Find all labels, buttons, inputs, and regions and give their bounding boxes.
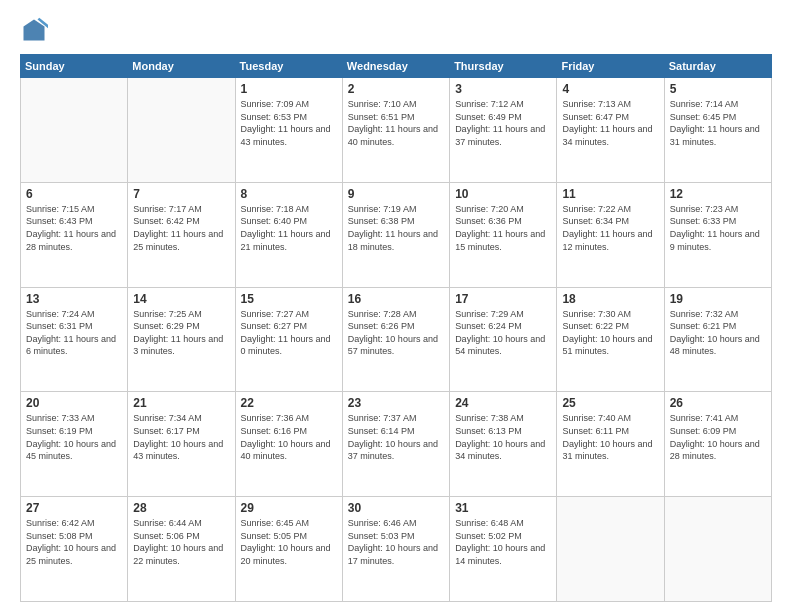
day-of-week-header: Wednesday bbox=[342, 55, 449, 78]
calendar-day-cell: 15Sunrise: 7:27 AM Sunset: 6:27 PM Dayli… bbox=[235, 287, 342, 392]
calendar-day-cell: 29Sunrise: 6:45 AM Sunset: 5:05 PM Dayli… bbox=[235, 497, 342, 602]
calendar-day-cell: 4Sunrise: 7:13 AM Sunset: 6:47 PM Daylig… bbox=[557, 78, 664, 183]
calendar-day-cell: 10Sunrise: 7:20 AM Sunset: 6:36 PM Dayli… bbox=[450, 182, 557, 287]
day-number: 31 bbox=[455, 501, 551, 515]
day-info: Sunrise: 7:19 AM Sunset: 6:38 PM Dayligh… bbox=[348, 203, 444, 253]
day-number: 12 bbox=[670, 187, 766, 201]
day-number: 6 bbox=[26, 187, 122, 201]
day-number: 5 bbox=[670, 82, 766, 96]
calendar-day-cell: 23Sunrise: 7:37 AM Sunset: 6:14 PM Dayli… bbox=[342, 392, 449, 497]
day-of-week-header: Saturday bbox=[664, 55, 771, 78]
day-info: Sunrise: 7:36 AM Sunset: 6:16 PM Dayligh… bbox=[241, 412, 337, 462]
day-info: Sunrise: 7:14 AM Sunset: 6:45 PM Dayligh… bbox=[670, 98, 766, 148]
day-info: Sunrise: 7:18 AM Sunset: 6:40 PM Dayligh… bbox=[241, 203, 337, 253]
day-number: 3 bbox=[455, 82, 551, 96]
day-info: Sunrise: 7:09 AM Sunset: 6:53 PM Dayligh… bbox=[241, 98, 337, 148]
calendar-day-cell: 24Sunrise: 7:38 AM Sunset: 6:13 PM Dayli… bbox=[450, 392, 557, 497]
day-info: Sunrise: 7:23 AM Sunset: 6:33 PM Dayligh… bbox=[670, 203, 766, 253]
calendar-day-cell: 11Sunrise: 7:22 AM Sunset: 6:34 PM Dayli… bbox=[557, 182, 664, 287]
day-number: 4 bbox=[562, 82, 658, 96]
day-number: 22 bbox=[241, 396, 337, 410]
day-info: Sunrise: 7:29 AM Sunset: 6:24 PM Dayligh… bbox=[455, 308, 551, 358]
calendar-day-cell bbox=[557, 497, 664, 602]
day-header-row: SundayMondayTuesdayWednesdayThursdayFrid… bbox=[21, 55, 772, 78]
calendar-day-cell: 21Sunrise: 7:34 AM Sunset: 6:17 PM Dayli… bbox=[128, 392, 235, 497]
calendar-week-row: 6Sunrise: 7:15 AM Sunset: 6:43 PM Daylig… bbox=[21, 182, 772, 287]
day-number: 19 bbox=[670, 292, 766, 306]
day-of-week-header: Monday bbox=[128, 55, 235, 78]
calendar-day-cell: 17Sunrise: 7:29 AM Sunset: 6:24 PM Dayli… bbox=[450, 287, 557, 392]
day-number: 16 bbox=[348, 292, 444, 306]
calendar-table: SundayMondayTuesdayWednesdayThursdayFrid… bbox=[20, 54, 772, 602]
calendar-day-cell: 5Sunrise: 7:14 AM Sunset: 6:45 PM Daylig… bbox=[664, 78, 771, 183]
calendar-day-cell: 22Sunrise: 7:36 AM Sunset: 6:16 PM Dayli… bbox=[235, 392, 342, 497]
calendar-day-cell: 31Sunrise: 6:48 AM Sunset: 5:02 PM Dayli… bbox=[450, 497, 557, 602]
day-number: 24 bbox=[455, 396, 551, 410]
calendar-day-cell: 1Sunrise: 7:09 AM Sunset: 6:53 PM Daylig… bbox=[235, 78, 342, 183]
day-of-week-header: Thursday bbox=[450, 55, 557, 78]
calendar-day-cell: 12Sunrise: 7:23 AM Sunset: 6:33 PM Dayli… bbox=[664, 182, 771, 287]
calendar-day-cell: 20Sunrise: 7:33 AM Sunset: 6:19 PM Dayli… bbox=[21, 392, 128, 497]
day-number: 20 bbox=[26, 396, 122, 410]
calendar-week-row: 1Sunrise: 7:09 AM Sunset: 6:53 PM Daylig… bbox=[21, 78, 772, 183]
day-info: Sunrise: 6:44 AM Sunset: 5:06 PM Dayligh… bbox=[133, 517, 229, 567]
day-info: Sunrise: 7:13 AM Sunset: 6:47 PM Dayligh… bbox=[562, 98, 658, 148]
day-info: Sunrise: 7:34 AM Sunset: 6:17 PM Dayligh… bbox=[133, 412, 229, 462]
calendar-week-row: 13Sunrise: 7:24 AM Sunset: 6:31 PM Dayli… bbox=[21, 287, 772, 392]
day-info: Sunrise: 7:37 AM Sunset: 6:14 PM Dayligh… bbox=[348, 412, 444, 462]
day-number: 10 bbox=[455, 187, 551, 201]
calendar-week-row: 20Sunrise: 7:33 AM Sunset: 6:19 PM Dayli… bbox=[21, 392, 772, 497]
day-number: 17 bbox=[455, 292, 551, 306]
day-info: Sunrise: 7:40 AM Sunset: 6:11 PM Dayligh… bbox=[562, 412, 658, 462]
day-number: 14 bbox=[133, 292, 229, 306]
calendar-day-cell: 2Sunrise: 7:10 AM Sunset: 6:51 PM Daylig… bbox=[342, 78, 449, 183]
day-info: Sunrise: 7:27 AM Sunset: 6:27 PM Dayligh… bbox=[241, 308, 337, 358]
day-info: Sunrise: 7:20 AM Sunset: 6:36 PM Dayligh… bbox=[455, 203, 551, 253]
day-number: 9 bbox=[348, 187, 444, 201]
day-info: Sunrise: 7:22 AM Sunset: 6:34 PM Dayligh… bbox=[562, 203, 658, 253]
day-number: 27 bbox=[26, 501, 122, 515]
calendar-day-cell: 7Sunrise: 7:17 AM Sunset: 6:42 PM Daylig… bbox=[128, 182, 235, 287]
day-number: 18 bbox=[562, 292, 658, 306]
day-info: Sunrise: 6:46 AM Sunset: 5:03 PM Dayligh… bbox=[348, 517, 444, 567]
calendar-day-cell: 28Sunrise: 6:44 AM Sunset: 5:06 PM Dayli… bbox=[128, 497, 235, 602]
day-number: 7 bbox=[133, 187, 229, 201]
calendar-day-cell: 27Sunrise: 6:42 AM Sunset: 5:08 PM Dayli… bbox=[21, 497, 128, 602]
day-info: Sunrise: 7:10 AM Sunset: 6:51 PM Dayligh… bbox=[348, 98, 444, 148]
day-info: Sunrise: 7:15 AM Sunset: 6:43 PM Dayligh… bbox=[26, 203, 122, 253]
page: SundayMondayTuesdayWednesdayThursdayFrid… bbox=[0, 0, 792, 612]
day-number: 23 bbox=[348, 396, 444, 410]
day-info: Sunrise: 7:17 AM Sunset: 6:42 PM Dayligh… bbox=[133, 203, 229, 253]
calendar-day-cell: 16Sunrise: 7:28 AM Sunset: 6:26 PM Dayli… bbox=[342, 287, 449, 392]
day-info: Sunrise: 7:41 AM Sunset: 6:09 PM Dayligh… bbox=[670, 412, 766, 462]
day-number: 8 bbox=[241, 187, 337, 201]
day-info: Sunrise: 7:38 AM Sunset: 6:13 PM Dayligh… bbox=[455, 412, 551, 462]
day-info: Sunrise: 7:24 AM Sunset: 6:31 PM Dayligh… bbox=[26, 308, 122, 358]
calendar-day-cell bbox=[664, 497, 771, 602]
calendar-day-cell: 26Sunrise: 7:41 AM Sunset: 6:09 PM Dayli… bbox=[664, 392, 771, 497]
day-info: Sunrise: 7:32 AM Sunset: 6:21 PM Dayligh… bbox=[670, 308, 766, 358]
calendar-header: SundayMondayTuesdayWednesdayThursdayFrid… bbox=[21, 55, 772, 78]
calendar-day-cell: 14Sunrise: 7:25 AM Sunset: 6:29 PM Dayli… bbox=[128, 287, 235, 392]
day-number: 26 bbox=[670, 396, 766, 410]
calendar-week-row: 27Sunrise: 6:42 AM Sunset: 5:08 PM Dayli… bbox=[21, 497, 772, 602]
day-number: 11 bbox=[562, 187, 658, 201]
calendar-day-cell: 8Sunrise: 7:18 AM Sunset: 6:40 PM Daylig… bbox=[235, 182, 342, 287]
calendar-day-cell: 30Sunrise: 6:46 AM Sunset: 5:03 PM Dayli… bbox=[342, 497, 449, 602]
day-of-week-header: Friday bbox=[557, 55, 664, 78]
day-number: 13 bbox=[26, 292, 122, 306]
calendar-day-cell: 6Sunrise: 7:15 AM Sunset: 6:43 PM Daylig… bbox=[21, 182, 128, 287]
day-number: 21 bbox=[133, 396, 229, 410]
calendar-day-cell: 19Sunrise: 7:32 AM Sunset: 6:21 PM Dayli… bbox=[664, 287, 771, 392]
header bbox=[20, 16, 772, 44]
day-info: Sunrise: 7:30 AM Sunset: 6:22 PM Dayligh… bbox=[562, 308, 658, 358]
day-info: Sunrise: 6:42 AM Sunset: 5:08 PM Dayligh… bbox=[26, 517, 122, 567]
day-of-week-header: Sunday bbox=[21, 55, 128, 78]
day-number: 28 bbox=[133, 501, 229, 515]
calendar-day-cell: 3Sunrise: 7:12 AM Sunset: 6:49 PM Daylig… bbox=[450, 78, 557, 183]
day-info: Sunrise: 7:25 AM Sunset: 6:29 PM Dayligh… bbox=[133, 308, 229, 358]
day-info: Sunrise: 7:12 AM Sunset: 6:49 PM Dayligh… bbox=[455, 98, 551, 148]
calendar-day-cell: 18Sunrise: 7:30 AM Sunset: 6:22 PM Dayli… bbox=[557, 287, 664, 392]
calendar-body: 1Sunrise: 7:09 AM Sunset: 6:53 PM Daylig… bbox=[21, 78, 772, 602]
day-number: 29 bbox=[241, 501, 337, 515]
